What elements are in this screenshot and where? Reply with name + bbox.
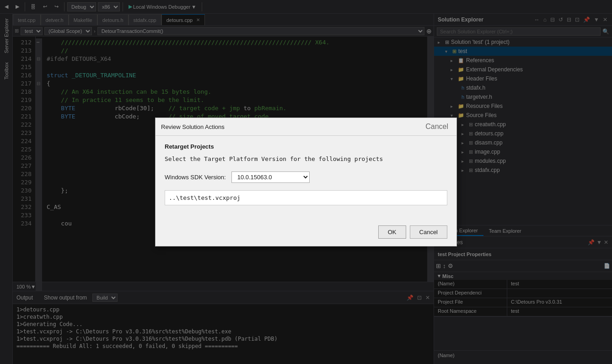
- modal-sdk-label: Windows SDK Version:: [165, 174, 226, 181]
- modal-close-button[interactable]: Cancel: [423, 122, 451, 132]
- modal-header: Review Solution Actions Cancel: [156, 118, 456, 136]
- modal-project-list: ..\test\test.vcxproj: [165, 190, 447, 205]
- modal-section-title: Retarget Projects: [165, 143, 447, 150]
- project-path: ..\test\test.vcxproj: [169, 194, 241, 201]
- modal-overlay: Review Solution Actions Cancel Retarget …: [0, 0, 612, 364]
- modal-description: Select the Target Platform Version for t…: [165, 155, 447, 162]
- modal-ok-button[interactable]: OK: [378, 225, 406, 239]
- modal-sdk-select[interactable]: 10.0.15063.0 10.0.14393.0 8.1 Latest ins…: [231, 171, 310, 183]
- modal-cancel-button[interactable]: Cancel: [410, 225, 447, 239]
- retarget-dialog: Review Solution Actions Cancel Retarget …: [155, 118, 457, 246]
- modal-sdk-row: Windows SDK Version: 10.0.15063.0 10.0.1…: [165, 171, 447, 183]
- modal-body: Retarget Projects Select the Target Plat…: [156, 136, 456, 222]
- modal-footer: OK Cancel: [156, 222, 456, 246]
- modal-title: Review Solution Actions: [161, 123, 225, 130]
